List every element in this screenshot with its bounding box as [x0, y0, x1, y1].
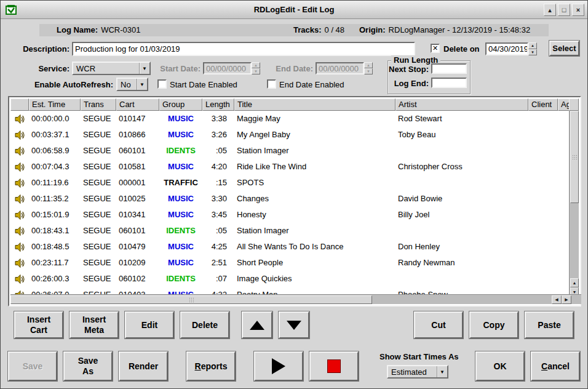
cell-len: 4:20 — [202, 159, 234, 175]
down-arrow-icon — [287, 321, 301, 330]
scroll-right-icon[interactable]: ▶ — [562, 295, 571, 304]
column-header-length[interactable]: Length — [202, 98, 234, 111]
column-header-cart[interactable]: Cart — [116, 98, 159, 111]
start-times-combobox[interactable]: Estimated ▼ — [387, 365, 448, 379]
maximize-icon[interactable]: □ — [558, 4, 570, 16]
cell-artist: Randy Newman — [395, 255, 528, 271]
column-header-est-time[interactable]: Est. Time — [29, 98, 81, 111]
delete-date-input[interactable]: 04/30/2019 — [485, 42, 528, 55]
cell-cart: 010866 — [116, 127, 159, 143]
insert-cart-button[interactable]: Insert Cart — [14, 311, 63, 339]
vertical-scrollbar[interactable]: ▲ ▼ — [569, 111, 579, 297]
cell-trans: SEGUE — [81, 175, 116, 191]
log-row[interactable]: 00:11:19.6SEGUE000001TRAFFIC:15SPOTS — [10, 175, 571, 191]
column-header-client[interactable]: Client — [528, 98, 558, 111]
log-row[interactable]: 00:18:43.1SEGUE060101IDENTS:05Station Im… — [10, 223, 571, 239]
speaker-icon — [15, 211, 25, 220]
speaker-icon — [15, 194, 25, 204]
log-row[interactable]: 00:18:48.5SEGUE010479MUSIC4:25All She Wa… — [10, 239, 571, 255]
cell-title: Maggie May — [234, 111, 395, 127]
vscroll-thumb[interactable] — [570, 111, 579, 203]
cell-trans: SEGUE — [81, 271, 116, 287]
log-row[interactable]: 00:07:04.3SEGUE010581MUSIC4:20Ride Like … — [10, 159, 571, 175]
end-date-label: End Date: — [270, 64, 313, 73]
delete-on-checkbox[interactable]: ✕ — [431, 44, 440, 53]
cell-len: 3:38 — [202, 111, 234, 127]
scroll-left-icon[interactable]: ◀ — [552, 295, 562, 304]
autorefresh-combobox[interactable]: No ▼ — [116, 78, 148, 91]
tracks-label: Tracks: — [293, 25, 322, 34]
log-end-field — [431, 78, 467, 88]
horizontal-scrollbar[interactable]: ◀ ▶ — [10, 294, 581, 304]
insert-meta-button[interactable]: Insert Meta — [70, 311, 119, 339]
titlebar[interactable]: RDLogEdit - Edit Log ▴ □ × — [1, 1, 587, 19]
spin-up-icon[interactable]: ▲ — [528, 42, 537, 49]
shade-icon[interactable]: ▴ — [544, 4, 556, 16]
start-date-enabled-label: Start Date Enabled — [170, 80, 237, 89]
log-row[interactable]: 00:00:00.0SEGUE010147MUSIC3:38Maggie May… — [10, 111, 571, 127]
reports-button[interactable]: Reports — [186, 351, 236, 381]
spin-down-icon: ▼ — [252, 68, 260, 74]
cell-artist: Toby Beau — [395, 127, 528, 143]
delete-button[interactable]: Delete — [180, 311, 229, 339]
render-button[interactable]: Render — [119, 351, 168, 381]
log-row[interactable]: 00:11:35.2SEGUE010025MUSIC3:30ChangesDav… — [10, 191, 571, 207]
cell-group: TRAFFIC — [159, 175, 202, 191]
column-header-artist[interactable]: Artist — [395, 98, 528, 111]
ok-button[interactable]: OK — [475, 351, 525, 381]
select-date-button[interactable]: Select — [549, 41, 579, 56]
move-down-button[interactable] — [279, 311, 309, 339]
cell-title: Image Quickies — [234, 271, 395, 287]
move-up-button[interactable] — [242, 311, 272, 339]
edit-button[interactable]: Edit — [125, 311, 174, 339]
cell-trans: SEGUE — [81, 111, 116, 127]
stop-button[interactable] — [309, 351, 359, 381]
log-row[interactable]: 00:06:58.9SEGUE060101IDENTS:05Station Im… — [10, 143, 571, 159]
speaker-icon — [15, 114, 25, 124]
hscroll-thumb[interactable] — [10, 295, 372, 304]
column-header-group[interactable]: Group — [159, 98, 202, 111]
close-icon[interactable]: × — [572, 4, 584, 16]
run-length-groupbox: Run Length Next Stop: Log End: — [387, 60, 471, 94]
column-header-trans[interactable]: Trans — [81, 98, 116, 111]
copy-button[interactable]: Copy — [469, 311, 518, 339]
cell-artist: Rod Stewart — [395, 111, 528, 127]
spin-down-icon[interactable]: ▼ — [528, 49, 537, 56]
speaker-icon — [15, 227, 25, 236]
cell-len: :07 — [202, 271, 234, 287]
speaker-cell — [10, 223, 29, 239]
service-combobox[interactable]: WCR ▼ — [72, 62, 151, 75]
cell-artist — [395, 271, 528, 287]
cell-artist — [395, 223, 528, 239]
play-button[interactable] — [254, 351, 303, 381]
paste-button[interactable]: Paste — [525, 311, 574, 339]
end-date-enabled-label: End Date Enabled — [279, 80, 344, 89]
cell-group: IDENTS — [159, 143, 202, 159]
speaker-cell — [10, 175, 29, 191]
log-row[interactable]: 00:03:37.1SEGUE010866MUSIC3:26My Angel B… — [10, 127, 571, 143]
description-input[interactable]: Production log for 01/03/2019 — [72, 42, 415, 56]
end-date-enabled-checkbox[interactable] — [267, 79, 276, 89]
save-as-button[interactable]: Save As — [63, 351, 113, 381]
cell-client — [528, 175, 558, 191]
cell-client — [528, 223, 558, 239]
log-row[interactable]: 00:26:00.3SEGUE060102IDENTS:07Image Quic… — [10, 271, 571, 287]
column-header-title[interactable]: Title — [234, 98, 395, 111]
combo-arrow-icon: ▼ — [137, 79, 147, 90]
spin-up-icon: ▲ — [252, 62, 260, 68]
cut-button[interactable]: Cut — [414, 311, 463, 339]
save-button: Save — [8, 351, 57, 381]
cell-artist: Billy Joel — [395, 207, 528, 223]
cell-cart: 010147 — [116, 111, 159, 127]
next-stop-label: Next Stop: — [388, 65, 429, 74]
scroll-up-icon[interactable]: ▲ — [570, 278, 579, 287]
cell-client — [528, 191, 558, 207]
rdlogedit-window: RDLogEdit - Edit Log ▴ □ × Log Name:WCR-… — [0, 0, 588, 389]
log-row[interactable]: 00:15:01.9SEGUE010341MUSIC3:45HonestyBil… — [10, 207, 571, 223]
log-row[interactable]: 00:23:11.7SEGUE010209MUSIC2:51Short Peop… — [10, 255, 571, 271]
cell-trans: SEGUE — [81, 255, 116, 271]
column-header-icon[interactable] — [10, 98, 29, 111]
start-date-enabled-checkbox[interactable] — [157, 79, 167, 89]
cancel-button[interactable]: Cancel — [531, 351, 580, 381]
delete-date-spinner[interactable]: ▲ ▼ — [528, 42, 537, 55]
